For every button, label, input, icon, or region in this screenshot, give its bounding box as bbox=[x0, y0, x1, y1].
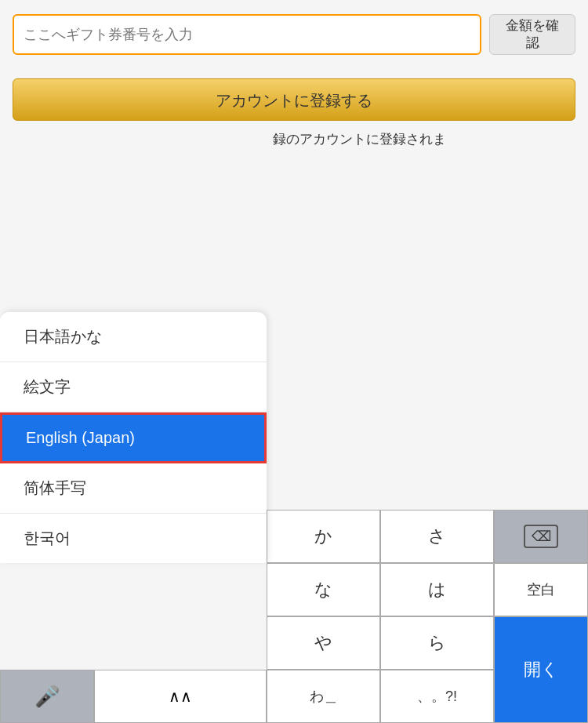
kb-row-3-4: や ら わ＿ 、。?! 開く bbox=[267, 616, 588, 723]
register-account-button[interactable]: アカウントに登録する bbox=[13, 78, 575, 121]
lang-item-chinese-handwriting[interactable]: 简体手写 bbox=[0, 463, 267, 514]
key-ya[interactable]: や bbox=[267, 616, 380, 670]
key-na[interactable]: な bbox=[267, 563, 380, 616]
mic-icon: 🎤 bbox=[34, 685, 60, 709]
delete-key[interactable]: ⌫ bbox=[494, 510, 588, 563]
key-ra[interactable]: ら bbox=[380, 616, 494, 670]
key-wa[interactable]: わ＿ bbox=[267, 670, 380, 723]
lang-item-emoji[interactable]: 絵文字 bbox=[0, 362, 267, 412]
account-text: 録のアカウントに登録されま bbox=[267, 124, 588, 154]
space-key[interactable]: 空白 bbox=[494, 563, 588, 616]
mic-key[interactable]: 🎤 bbox=[0, 670, 94, 723]
lang-item-english-japan[interactable]: English (Japan) bbox=[0, 412, 267, 463]
delete-icon: ⌫ bbox=[524, 525, 558, 548]
kb-row-2: な は 空白 bbox=[267, 563, 588, 616]
key-ka[interactable]: か bbox=[267, 510, 380, 563]
top-section: 金額を確 認 bbox=[0, 0, 588, 67]
open-key[interactable]: 開く bbox=[494, 616, 588, 723]
kb-col-left: や ら わ＿ 、。?! bbox=[267, 616, 494, 723]
language-menu: 日本語かな 絵文字 English (Japan) 简体手写 한국어 bbox=[0, 312, 267, 563]
kb-row-1: か さ ⌫ bbox=[267, 510, 588, 563]
gift-code-input[interactable] bbox=[13, 14, 481, 55]
keyboard-grid: か さ ⌫ な は 空白 や bbox=[267, 472, 588, 723]
register-btn-container: アカウントに登録する bbox=[0, 67, 588, 132]
kb-row-3: や ら bbox=[267, 616, 494, 670]
key-ha[interactable]: は bbox=[380, 563, 494, 616]
lang-item-korean[interactable]: 한국어 bbox=[0, 514, 267, 563]
key-punctuation[interactable]: 、。?! bbox=[380, 670, 494, 723]
lang-item-japanese-kana[interactable]: 日本語かな bbox=[0, 312, 267, 362]
kb-row-4: わ＿ 、。?! bbox=[267, 670, 494, 723]
confirm-button[interactable]: 金額を確 認 bbox=[489, 14, 575, 55]
kb-bottom-left-row: 🎤 ∧∧ bbox=[0, 670, 267, 723]
key-sa[interactable]: さ bbox=[380, 510, 494, 563]
special-key[interactable]: ∧∧ bbox=[94, 670, 267, 723]
